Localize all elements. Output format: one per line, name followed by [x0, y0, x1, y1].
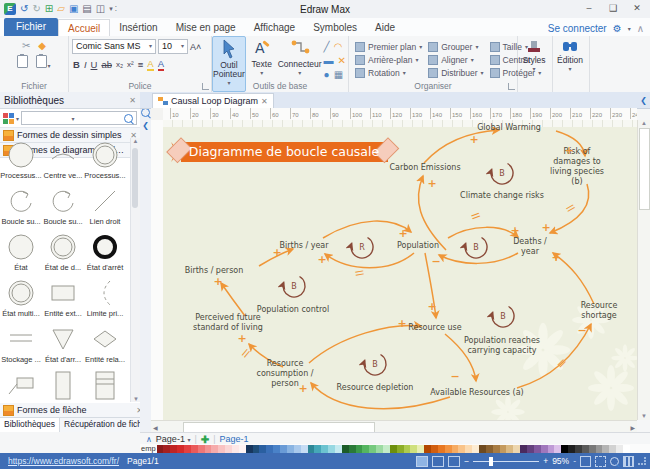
shape-centre-ve[interactable]: Centre ve... — [42, 138, 84, 184]
color-swatch[interactable] — [561, 445, 568, 453]
zoom-out-icon[interactable]: − — [464, 456, 469, 466]
tab-mise-en-page[interactable]: Mise en page — [167, 19, 245, 36]
color-swatch[interactable] — [527, 445, 534, 453]
font-size-select[interactable]: 10▾ — [158, 39, 188, 54]
line-spacing-button[interactable]: ≡ — [138, 59, 144, 70]
color-swatch[interactable] — [445, 445, 452, 453]
sidebar-tab-bibliothe-ques[interactable]: Bibliothèques — [0, 418, 60, 432]
gear-icon[interactable]: ⚙ — [613, 23, 622, 34]
causal-arrow[interactable] — [323, 221, 411, 238]
shape-e-tat-d-arr[interactable]: État d'arr... — [42, 322, 84, 368]
collapse-right-icon[interactable]: ❮ — [640, 96, 647, 105]
shape-boucle-su[interactable]: Boucle su... — [0, 184, 42, 230]
color-swatch[interactable] — [157, 445, 164, 453]
color-swatch[interactable] — [163, 445, 170, 453]
shape-callout[interactable] — [0, 368, 42, 402]
causal-arrow[interactable] — [553, 253, 594, 304]
diagram-node-risk-of-damages-to[interactable]: Risk of damages to living species (b) — [547, 147, 607, 187]
color-swatch[interactable] — [417, 445, 424, 453]
feedback-loop-b[interactable]: B — [465, 238, 487, 259]
diagram-node-births-year[interactable]: Births / year — [279, 241, 328, 251]
color-swatch[interactable] — [486, 445, 493, 453]
feedback-loop-b[interactable]: B — [491, 164, 513, 185]
zoom-slider-thumb[interactable] — [489, 457, 493, 466]
highlight-button[interactable]: A — [147, 58, 153, 71]
feedback-loop-r[interactable]: R — [351, 238, 373, 259]
diagram-node-available-resources-a[interactable]: Available Resources (a) — [430, 388, 523, 398]
color-swatch[interactable] — [582, 445, 589, 453]
tab-accueil[interactable]: Accueil — [58, 19, 110, 36]
page-selector[interactable]: Page-1 ▾ — [156, 434, 191, 444]
shape-e-tat-de-d[interactable]: État de d... — [42, 230, 84, 276]
color-swatch[interactable] — [266, 445, 273, 453]
color-swatch[interactable] — [383, 445, 390, 453]
edition-button[interactable]: Édition▾ — [553, 36, 587, 90]
organiser-grouper[interactable]: Grouper▾ — [428, 40, 483, 53]
tab-inse-rtion[interactable]: Insértion — [110, 19, 166, 36]
zoom-tool-icon[interactable] — [610, 457, 619, 466]
diagram-node-population-reaches[interactable]: Population reaches carrying capacity — [464, 336, 540, 356]
sign-in-link[interactable]: Se connecter — [548, 23, 607, 34]
color-swatch[interactable] — [321, 445, 328, 453]
cut-icon[interactable]: ✂ — [22, 40, 30, 51]
color-swatch[interactable] — [575, 445, 582, 453]
diagram-node-climate-change-risks[interactable]: Climate change risks — [460, 191, 544, 201]
superscript-button[interactable]: x² — [127, 60, 134, 69]
color-swatch[interactable] — [294, 445, 301, 453]
color-swatch[interactable] — [520, 445, 527, 453]
color-swatch[interactable] — [328, 445, 335, 453]
crop-shape-icon[interactable]: ▦ — [334, 69, 343, 80]
font-name-select[interactable]: Comic Sans MS▾ — [72, 39, 156, 54]
color-swatch[interactable] — [376, 445, 383, 453]
diagram-node-global-warming[interactable]: Global Warming — [477, 123, 541, 133]
pencil-shape-icon[interactable]: ✕ — [338, 55, 346, 66]
causal-arrow[interactable] — [425, 253, 436, 318]
color-swatch[interactable] — [177, 445, 184, 453]
color-swatch[interactable] — [404, 445, 411, 453]
collapse-left2-icon[interactable]: ❮ — [142, 121, 149, 130]
arc-shape-icon[interactable]: ◠ — [334, 41, 343, 52]
add-page-button[interactable]: ✚ — [201, 434, 209, 445]
diagram-node-population-control[interactable]: Population control — [257, 305, 329, 315]
color-swatch[interactable] — [239, 445, 246, 453]
organiser-dialog-launcher[interactable] — [508, 83, 515, 90]
causal-arrow[interactable] — [550, 184, 589, 233]
color-swatch[interactable] — [287, 445, 294, 453]
color-swatch[interactable] — [506, 445, 513, 453]
tab-aide[interactable]: Aide — [366, 19, 404, 36]
page-tab-active[interactable]: Page-1 — [220, 434, 249, 444]
feedback-loop-b[interactable]: B — [283, 277, 305, 298]
fit-page-icon[interactable] — [580, 456, 591, 467]
shape-e-tat-d-arre-t[interactable]: État d'arrêt — [84, 230, 126, 276]
diagram-node-resource-depletion[interactable]: Resource depletion — [337, 383, 414, 393]
color-swatch[interactable] — [191, 445, 198, 453]
shape-divrect[interactable] — [84, 368, 126, 402]
color-swatch[interactable] — [301, 445, 308, 453]
color-swatch[interactable] — [232, 445, 239, 453]
color-swatch[interactable] — [589, 445, 596, 453]
color-swatch[interactable] — [548, 445, 555, 453]
color-swatch[interactable] — [314, 445, 321, 453]
color-swatch[interactable] — [335, 445, 342, 453]
color-swatch[interactable] — [369, 445, 376, 453]
styles-button[interactable]: Styles▾ — [518, 36, 550, 90]
maximize-button[interactable]: ❑ — [602, 0, 624, 16]
color-swatch[interactable] — [472, 445, 479, 453]
diagram-node-births-person[interactable]: Births / person — [185, 266, 244, 276]
color-swatch[interactable] — [616, 445, 623, 453]
library-picker-icon[interactable] — [3, 113, 14, 124]
libraries-close-icon[interactable]: ✕ — [129, 96, 136, 105]
causal-arrow[interactable] — [418, 176, 446, 250]
color-swatch[interactable] — [602, 445, 609, 453]
diagram-node-resource-use[interactable]: Resource use — [408, 323, 461, 333]
tab-affichage[interactable]: Affichage — [245, 19, 305, 36]
color-swatch[interactable] — [205, 445, 212, 453]
color-swatch[interactable] — [438, 445, 445, 453]
organiser-premier-plan[interactable]: Premier plan▾ — [355, 40, 422, 53]
library-search-input[interactable]: ▾ — [21, 111, 137, 125]
document-tab[interactable]: Causal Loop Diagram ✕ — [152, 93, 274, 108]
feedback-loop-b[interactable]: B — [364, 355, 386, 376]
color-swatch[interactable] — [410, 445, 417, 453]
color-swatch[interactable] — [356, 445, 363, 453]
shape-lien-droit[interactable]: Lien droit — [84, 184, 126, 230]
